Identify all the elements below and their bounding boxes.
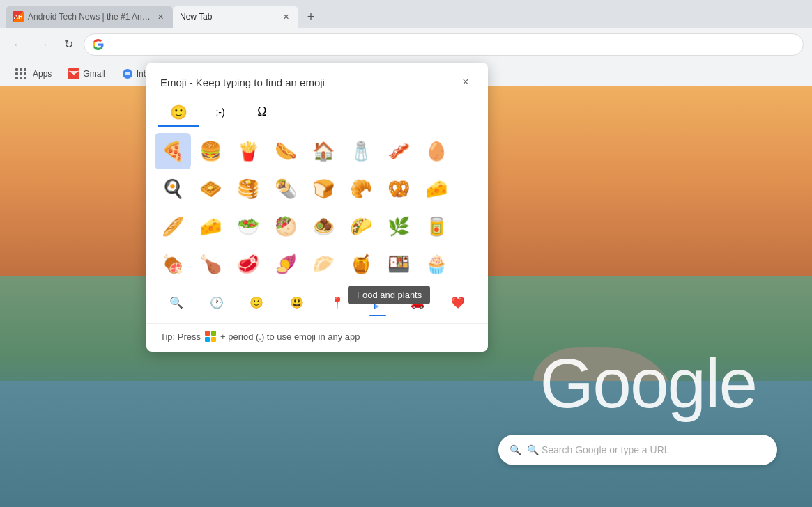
bottom-nav-search[interactable]: 🔍: [159, 287, 194, 318]
bookmark-apps-label: Apps: [33, 69, 52, 79]
emoji-steak[interactable]: 🥩: [230, 246, 266, 281]
svg-marker-7: [374, 304, 379, 309]
emoji-honey[interactable]: 🍯: [343, 246, 379, 281]
emoji-bottom-nav: 🔍 🕐 🙂 😃 📍: [146, 281, 488, 323]
tab-new-tab[interactable]: New Tab ✕: [173, 6, 298, 28]
emoji-burrito[interactable]: 🌯: [268, 171, 304, 207]
tab-android-tech[interactable]: AH Android Tech News | the #1 Andr... ✕: [6, 6, 173, 28]
bookmark-apps[interactable]: Apps: [8, 65, 59, 83]
bottom-nav-activities[interactable]: 🚗: [400, 287, 435, 318]
emoji-sweet-potato[interactable]: 🍠: [268, 246, 304, 281]
emoji-cheese[interactable]: 🧀: [192, 208, 229, 244]
emoji-egg[interactable]: 🥚: [418, 133, 454, 169]
svg-rect-10: [205, 337, 210, 342]
tab-close-android[interactable]: ✕: [155, 11, 166, 22]
tab-title-android: Android Tech News | the #1 Andr...: [28, 12, 151, 22]
bottom-nav-objects[interactable]: ❤️: [441, 287, 475, 318]
emoji-fries[interactable]: 🍟: [230, 133, 266, 169]
bottom-nav-people[interactable]: 😃: [279, 287, 314, 318]
bottom-nav-places[interactable]: 📍: [320, 287, 355, 318]
emoji-bento[interactable]: 🍱: [381, 246, 417, 281]
windows-key-icon: [205, 331, 216, 342]
emoji-waffle[interactable]: 🧇: [192, 171, 229, 207]
emoji-cupcake[interactable]: 🧁: [418, 246, 454, 281]
picker-header: Emoji - Keep typing to find an emoji ×: [146, 63, 488, 99]
url-input[interactable]: [109, 39, 795, 50]
forward-button[interactable]: →: [33, 35, 53, 54]
emoji-pizza[interactable]: 🍕: [155, 133, 191, 169]
tip-area: Tip: Press + period (.) to use emoji in …: [146, 323, 488, 352]
back-button[interactable]: ←: [8, 35, 28, 54]
bookmark-gmail-label: Gmail: [83, 69, 105, 79]
emoji-bread[interactable]: 🍞: [305, 171, 342, 207]
google-g-icon: [93, 39, 104, 50]
svg-rect-9: [211, 331, 216, 336]
tip-prefix: Tip: Press: [160, 332, 201, 342]
tab-close-new[interactable]: ✕: [280, 11, 291, 22]
google-logo-text: Google: [540, 343, 756, 423]
emoji-bacon[interactable]: 🥓: [381, 133, 417, 169]
emoji-hotdog[interactable]: 🌭: [268, 133, 304, 169]
emoji-picker: Emoji - Keep typing to find an emoji × 🙂…: [146, 63, 488, 352]
cat-tab-kaomoji[interactable]: ;-): [199, 99, 241, 127]
tab-bar: AH Android Tech News | the #1 Andr... ✕ …: [0, 0, 812, 28]
emoji-poultry[interactable]: 🍗: [192, 246, 229, 281]
emoji-row-4: 🍖 🍗 🥩 🍠 🥟 🍯 🍱 🧁: [155, 246, 480, 281]
emoji-can[interactable]: 🥫: [418, 208, 454, 244]
svg-rect-11: [211, 337, 216, 342]
emoji-salt[interactable]: 🧂: [343, 133, 379, 169]
bottom-nav-smiley[interactable]: 🙂: [239, 287, 274, 318]
emoji-wrap[interactable]: 🥙: [268, 208, 304, 244]
category-tabs: 🙂 ;-) Ω: [146, 99, 488, 127]
tip-suffix: + period (.) to use emoji in any app: [220, 332, 360, 342]
address-bar-row: ← → ↻: [0, 28, 812, 61]
emoji-house[interactable]: 🏠: [305, 133, 342, 169]
emoji-frying-pan[interactable]: 🍳: [155, 171, 191, 207]
emoji-row-1: 🍕 🍔 🍟 🌭 🏠 🧂 🥓 🥚: [155, 133, 480, 169]
apps-grid-icon: [15, 68, 26, 79]
cat-tab-symbols[interactable]: Ω: [241, 99, 283, 127]
emoji-croissant[interactable]: 🥐: [343, 171, 379, 207]
emoji-scroll-area[interactable]: 🍕 🍔 🍟 🌭 🏠 🧂 🥓 🥚 🍳 🧇 🥞 🌯 🍞 🥐: [146, 127, 488, 281]
emoji-taco[interactable]: 🌮: [343, 208, 379, 244]
svg-rect-8: [205, 331, 210, 336]
emoji-meat-bone[interactable]: 🍖: [155, 246, 191, 281]
emoji-falafel[interactable]: 🧆: [305, 208, 342, 244]
emoji-grid: 🍕 🍔 🍟 🌭 🏠 🧂 🥓 🥚 🍳 🧇 🥞 🌯 🍞 🥐: [146, 127, 488, 281]
bottom-nav-recent[interactable]: 🕐: [199, 287, 234, 318]
emoji-row-2: 🍳 🧇 🥞 🌯 🍞 🥐 🥨 🧀: [155, 171, 480, 207]
emoji-pancakes[interactable]: 🥞: [230, 171, 266, 207]
cat-tab-smiley[interactable]: 🙂: [158, 99, 199, 127]
bottom-nav-food[interactable]: [360, 287, 395, 318]
address-bar[interactable]: [84, 33, 804, 56]
emoji-cheese-wedge[interactable]: 🧀: [418, 171, 454, 207]
page-search-placeholder: 🔍 Search Google or type a URL: [527, 444, 670, 455]
page-search-bar[interactable]: 🔍 🔍 Search Google or type a URL: [498, 435, 777, 465]
bookmark-gmail[interactable]: Gmail: [61, 65, 112, 83]
emoji-burger[interactable]: 🍔: [192, 133, 229, 169]
emoji-pretzel[interactable]: 🥨: [381, 171, 417, 207]
reload-button[interactable]: ↻: [59, 35, 78, 54]
inbox-icon: [122, 68, 133, 79]
tab-title-new: New Tab: [180, 12, 276, 22]
emoji-salad[interactable]: 🥗: [230, 208, 266, 244]
emoji-herb[interactable]: 🌿: [381, 208, 417, 244]
picker-close-button[interactable]: ×: [457, 74, 474, 91]
food-plants-icon: [371, 295, 385, 310]
emoji-row-3: 🥖 🧀 🥗 🥙 🧆 🌮 🌿 🥫: [155, 208, 480, 244]
emoji-dumpling[interactable]: 🥟: [305, 246, 342, 281]
new-tab-button[interactable]: +: [301, 7, 321, 26]
gmail-icon: [68, 68, 79, 79]
picker-title: Emoji - Keep typing to find an emoji: [160, 77, 325, 88]
emoji-baguette[interactable]: 🥖: [155, 208, 191, 244]
tab-favicon-ah: AH: [13, 11, 24, 22]
